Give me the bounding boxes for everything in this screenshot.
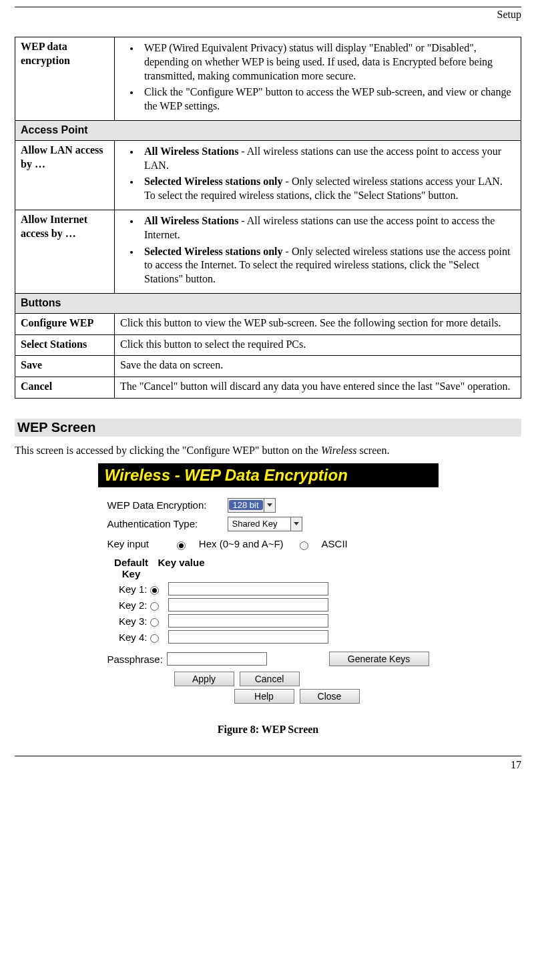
row-content: Click this button to view the WEP sub-sc… (115, 313, 521, 334)
table-section-row: Buttons (15, 293, 521, 313)
key4-label: Key 4: (107, 632, 150, 643)
table-row: Configure WEP Click this button to view … (15, 313, 521, 334)
key-input-ascii-radio[interactable] (300, 539, 314, 550)
list-item: Selected Wireless stations only - Only s… (140, 175, 515, 203)
table-row: Allow Internet access by … All Wireless … (15, 210, 521, 293)
row-label: Configure WEP (15, 313, 115, 334)
table-row: Cancel The "Cancel" button will discard … (15, 377, 521, 399)
section-header: Access Point (15, 120, 521, 140)
key2-input[interactable] (168, 598, 328, 611)
key1-label: Key 1: (107, 583, 150, 595)
key2-label: Key 2: (107, 599, 150, 611)
key-input-label: Key input (107, 538, 169, 549)
row-content: Save the data on screen. (115, 356, 521, 377)
wep-encryption-label: WEP Data Encryption: (107, 499, 228, 511)
intro-text: This screen is accessed by clicking the … (15, 445, 521, 457)
default-key2-radio[interactable] (150, 599, 162, 611)
list-item: Click the "Configure WEP" button to acce… (140, 85, 515, 113)
table-row: WEP data encryption WEP (Wired Equivalen… (15, 37, 521, 121)
settings-description-table: WEP data encryption WEP (Wired Equivalen… (15, 37, 521, 399)
close-button[interactable]: Close (300, 689, 360, 704)
row-label: Cancel (15, 377, 115, 399)
table-row: Save Save the data on screen. (15, 356, 521, 377)
page-footer: 17 (15, 756, 521, 771)
auth-type-value: Shared Key (228, 519, 290, 529)
running-header-text: Setup (497, 9, 521, 21)
list-item: WEP (Wired Equivalent Privacy) status wi… (140, 41, 515, 83)
default-key1-radio[interactable] (150, 583, 162, 595)
section-heading: WEP Screen (15, 419, 521, 437)
default-key3-radio[interactable] (150, 616, 162, 627)
row-content: All Wireless Stations - All wireless sta… (115, 140, 521, 210)
key4-input[interactable] (168, 630, 328, 644)
auth-type-label: Authentication Type: (107, 518, 228, 529)
row-content: All Wireless Stations - All wireless sta… (115, 210, 521, 293)
key-input-hex-radio[interactable] (177, 539, 191, 550)
wep-encryption-value: 128 bit (229, 500, 263, 510)
row-label: Allow LAN access by … (15, 140, 115, 210)
chevron-down-icon (264, 499, 275, 512)
key-input-ascii-label: ASCII (322, 538, 348, 549)
passphrase-input[interactable] (167, 652, 267, 666)
generate-keys-button[interactable]: Generate Keys (329, 652, 429, 666)
figure-caption: Figure 8: WEP Screen (15, 724, 521, 736)
help-button[interactable]: Help (234, 689, 294, 704)
list-item: All Wireless Stations - All wireless sta… (140, 145, 515, 173)
default-key4-radio[interactable] (150, 632, 162, 643)
table-section-row: Access Point (15, 120, 521, 140)
table-row: Select Stations Click this button to sel… (15, 334, 521, 356)
key-value-header: Key value (156, 557, 205, 579)
apply-button[interactable]: Apply (174, 672, 234, 686)
wep-screenshot: Wireless - WEP Data Encryption WEP Data … (98, 463, 439, 714)
passphrase-label: Passphrase: (107, 654, 163, 665)
table-row: Allow LAN access by … All Wireless Stati… (15, 140, 521, 210)
key-input-hex-label: Hex (0~9 and A~F) (199, 538, 284, 549)
section-header: Buttons (15, 293, 521, 313)
row-label: Save (15, 356, 115, 377)
row-label: WEP data encryption (15, 37, 115, 121)
cancel-button[interactable]: Cancel (240, 672, 300, 686)
row-content: WEP (Wired Equivalent Privacy) status wi… (115, 37, 521, 121)
row-content: The "Cancel" button will discard any dat… (115, 377, 521, 399)
row-content: Click this button to select the required… (115, 334, 521, 356)
key3-label: Key 3: (107, 616, 150, 627)
running-header: Setup (15, 7, 521, 21)
row-label: Allow Internet access by … (15, 210, 115, 293)
key1-input[interactable] (168, 582, 328, 595)
list-item: All Wireless Stations - All wireless sta… (140, 214, 515, 242)
wep-screen-title: Wireless - WEP Data Encryption (98, 463, 439, 487)
wep-encryption-select[interactable]: 128 bit (228, 498, 276, 513)
chevron-down-icon (290, 517, 302, 531)
auth-type-select[interactable]: Shared Key (228, 517, 302, 531)
list-item: Selected Wireless stations only - Only s… (140, 245, 515, 286)
key3-input[interactable] (168, 614, 328, 628)
default-key-header: Default Key (107, 557, 156, 579)
page-number: 17 (511, 759, 521, 770)
row-label: Select Stations (15, 334, 115, 356)
